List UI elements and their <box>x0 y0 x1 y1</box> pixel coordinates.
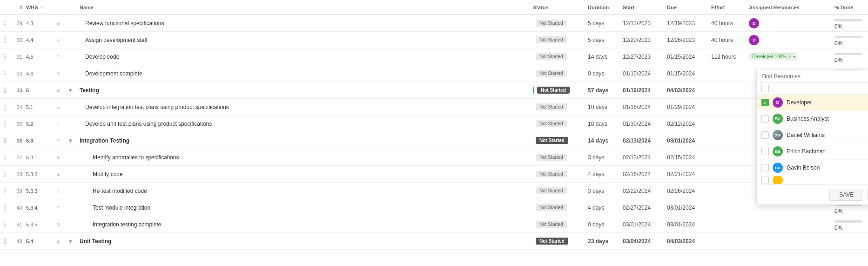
menu-icon: ≡ <box>56 87 60 94</box>
row-expand-toggle[interactable]: ▾ <box>65 238 76 245</box>
dropdown-item-gb[interactable]: GB Gavin Belson <box>757 160 868 176</box>
chip-remove-button[interactable]: ✕ <box>788 54 792 59</box>
row-menu[interactable]: ≡ <box>52 205 65 211</box>
row-expand-toggle[interactable]: ▾ <box>65 87 76 94</box>
row-menu[interactable]: ≡ <box>52 137 65 144</box>
eb-checkbox[interactable] <box>761 148 769 155</box>
table-row: ⣿ 31 4.5 ≡ Develop code Not Started 14 d… <box>0 48 868 65</box>
gb-name: Gavin Belson <box>787 164 868 171</box>
dropdown-item-dw[interactable]: DW Daniel Williams <box>757 127 868 143</box>
y-avatar <box>773 176 783 184</box>
row-menu[interactable]: ≡ <box>52 238 65 245</box>
row-status: Not Started <box>533 187 584 194</box>
row-due: 02/15/2024 <box>663 154 707 161</box>
row-menu[interactable]: ≡ <box>52 154 65 161</box>
ba-name: Business Analyst <box>787 116 868 122</box>
developer-checkbox[interactable]: ✓ <box>761 99 769 106</box>
drag-handle[interactable]: ⣿ <box>0 171 9 177</box>
dw-checkbox[interactable] <box>761 131 769 139</box>
menu-icon: ≡ <box>56 137 60 144</box>
drag-icon: ⣿ <box>3 70 7 77</box>
row-menu[interactable]: ≡ <box>52 20 65 27</box>
row-duration: 0 days <box>584 70 619 77</box>
dropdown-item-eb[interactable]: EB Erlich Bachman <box>757 143 868 160</box>
row-duration: 3 days <box>584 188 619 194</box>
row-num: 42 <box>9 239 26 244</box>
drag-handle[interactable]: ⣿ <box>0 238 9 245</box>
row-status: Not Started <box>533 70 584 77</box>
select-all-checkbox[interactable] <box>761 85 769 92</box>
status-badge: Not Started <box>536 20 567 27</box>
header-num: # <box>9 5 26 10</box>
row-due: 03/01/2024 <box>663 205 707 211</box>
status-badge: Not Started <box>536 238 568 245</box>
row-menu[interactable]: ≡ <box>52 87 65 94</box>
row-expand-toggle[interactable]: ▾ <box>65 137 76 144</box>
table-row: ⣿ 40 5.3.4 ≡ Test module integration Not… <box>0 199 868 216</box>
row-num: 39 <box>9 188 26 194</box>
row-due: 04/03/2024 <box>663 238 707 245</box>
drag-handle[interactable]: ⣿ <box>0 205 9 211</box>
row-duration: 0 days <box>584 221 619 228</box>
row-status: Not Started <box>533 204 584 211</box>
row-wbs: 4.4 <box>26 37 52 43</box>
drag-handle[interactable]: ⣿ <box>0 137 9 144</box>
drag-handle[interactable]: ⣿ <box>0 154 9 161</box>
drag-handle[interactable]: ⣿ <box>0 121 9 127</box>
row-duration: 4 days <box>584 205 619 211</box>
row-menu[interactable]: ≡ <box>52 54 65 60</box>
row-start: 03/01/2024 <box>619 221 663 228</box>
table-row: ⣿ 39 5.3.3 ≡ Re-test modified code Not S… <box>0 183 868 199</box>
row-duration: 14 days <box>584 54 619 60</box>
row-wbs: 5 <box>26 88 52 93</box>
chevron-down-icon: ▾ <box>69 87 72 94</box>
chevron-down-icon: ▾ <box>69 238 72 245</box>
row-menu[interactable]: ≡ <box>52 70 65 77</box>
chip-expand-button[interactable]: ▾ <box>793 54 795 59</box>
row-menu[interactable]: ≡ <box>52 104 65 110</box>
dw-name: Daniel Williams <box>787 132 868 138</box>
dropdown-item-developer[interactable]: ✓ D Developer 100% <box>757 95 868 111</box>
row-menu[interactable]: ≡ <box>52 221 65 228</box>
table-row: ⣿ 37 5.3.1 ≡ Identify anomalies to speci… <box>0 149 868 166</box>
row-status: Not Started <box>533 137 584 144</box>
ba-checkbox[interactable] <box>761 115 769 123</box>
row-menu[interactable]: ≡ <box>52 188 65 194</box>
resource-chip[interactable]: Developer 100% ✕ ▾ <box>749 53 798 60</box>
dropdown-item-ba[interactable]: BA Business Analyst <box>757 111 868 127</box>
drag-handle[interactable]: ⣿ <box>0 188 9 194</box>
drag-handle[interactable]: ⣿ <box>0 70 9 77</box>
row-num: 37 <box>9 155 26 160</box>
table-body: ⣿ 29 4.3 ≡ Review functional specificati… <box>0 15 868 266</box>
gantt-table: # WBS ↑ Name Status Duration Start Due E… <box>0 0 868 266</box>
row-name: Review functional specifications <box>76 20 533 27</box>
row-menu[interactable]: ≡ <box>52 37 65 43</box>
gb-checkbox[interactable] <box>761 164 769 171</box>
row-num: 33 <box>9 88 26 93</box>
row-menu[interactable]: ≡ <box>52 171 65 177</box>
drag-handle[interactable]: ⣿ <box>0 221 9 228</box>
save-button[interactable]: SAVE <box>829 189 863 201</box>
drag-handle[interactable]: ⣿ <box>0 54 9 60</box>
drag-icon: ⣿ <box>3 54 7 60</box>
row-menu[interactable]: ≡ <box>52 121 65 127</box>
drag-icon: ⣿ <box>3 171 7 177</box>
drag-icon: ⣿ <box>3 205 7 211</box>
drag-handle[interactable]: ⣿ <box>0 37 9 43</box>
row-status: Not Started <box>533 87 584 94</box>
drag-handle[interactable]: ⣿ <box>0 104 9 110</box>
row-name: Unit Testing <box>76 238 533 245</box>
drag-handle[interactable]: ⣿ <box>0 20 9 27</box>
row-status: Not Started <box>533 53 584 60</box>
header-start: Start <box>619 5 663 10</box>
row-name: Testing <box>76 87 533 94</box>
header-name: Name <box>76 5 533 10</box>
find-resources-input[interactable] <box>761 73 868 80</box>
row-name: Re-test modified code <box>76 188 533 194</box>
row-duration: 5 days <box>584 20 619 27</box>
y-checkbox[interactable] <box>761 177 769 184</box>
drag-handle[interactable]: ⣿ <box>0 87 9 94</box>
dropdown-item-y[interactable] <box>757 176 868 184</box>
status-badge: Not Started <box>536 120 567 127</box>
row-wbs: 4.5 <box>26 54 52 60</box>
